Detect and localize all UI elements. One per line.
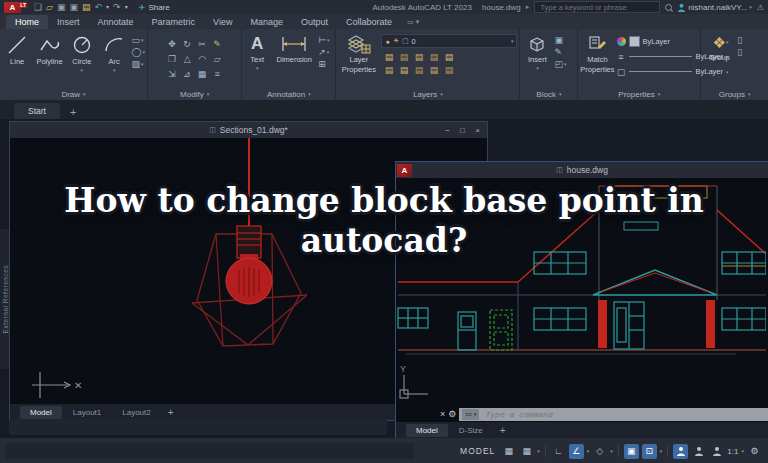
redo-chevron-icon[interactable]: ▾ xyxy=(125,2,128,12)
autoscale-icon[interactable] xyxy=(691,444,706,459)
layer-tool-icon[interactable]: ▤ xyxy=(426,63,441,76)
line-button[interactable]: Line xyxy=(2,32,32,66)
snap-mode-icon[interactable]: ▦ xyxy=(519,444,534,459)
search-input[interactable] xyxy=(538,2,656,13)
array-icon[interactable]: ▦ xyxy=(195,66,210,81)
copy-icon[interactable]: ❐ xyxy=(165,51,180,66)
plot-icon[interactable]: ▤ xyxy=(82,2,91,12)
redo-icon[interactable]: ↷ xyxy=(113,2,121,12)
share-button[interactable]: ✈ Share xyxy=(139,3,170,12)
create-block-icon[interactable]: ▣ xyxy=(554,35,563,45)
object-snap-tracking-icon[interactable]: ⊡ xyxy=(642,444,657,459)
match-properties-button[interactable]: Match Properties xyxy=(580,32,614,74)
new-drawing-tab-button[interactable]: + xyxy=(62,105,84,119)
tab-home[interactable]: Home xyxy=(6,15,48,29)
command-line[interactable]: ▭ ▾ xyxy=(459,408,768,421)
maximize-button[interactable]: □ xyxy=(456,126,469,135)
drawing-window-house[interactable]: A ◫ house.dwg xyxy=(395,161,768,438)
add-layout-button[interactable]: + xyxy=(162,407,180,418)
tab-manage[interactable]: Manage xyxy=(241,15,292,29)
close-button[interactable]: × xyxy=(471,126,484,135)
annotation-visibility-icon[interactable] xyxy=(673,444,688,459)
properties-panel-label[interactable]: Properties ▾ xyxy=(578,88,700,100)
tab-insert[interactable]: Insert xyxy=(48,15,89,29)
tab-d-size[interactable]: D-Size xyxy=(449,424,493,437)
ungroup-icon[interactable]: ▯ xyxy=(737,35,742,45)
layer-properties-button[interactable]: Layer Properties xyxy=(338,32,379,74)
fillet-icon[interactable]: ◠ xyxy=(195,51,210,66)
undo-icon[interactable]: ↶ xyxy=(95,2,103,12)
sections-command-strip[interactable] xyxy=(9,419,387,435)
layer-tool-icon[interactable]: ▤ xyxy=(426,50,441,63)
tab-output[interactable]: Output xyxy=(292,15,337,29)
customize-wrench-icon[interactable]: ⚙ xyxy=(448,409,456,419)
group-button[interactable]: ❖ Group xyxy=(703,32,735,62)
trim-icon[interactable]: ✂ xyxy=(195,36,210,51)
search-box[interactable] xyxy=(534,1,660,13)
insert-block-button[interactable]: Insert ▾ xyxy=(522,32,552,71)
tab-model[interactable]: Model xyxy=(20,406,62,419)
layer-tool-icon[interactable]: ▤ xyxy=(441,63,456,76)
text-button[interactable]: A Text ▾ xyxy=(244,32,270,71)
block-attributes-icon[interactable]: ◰ xyxy=(554,59,563,69)
draw-panel-label[interactable]: Draw ▾ xyxy=(0,88,147,100)
tab-layout1[interactable]: Layout1 xyxy=(63,406,111,419)
stretch-icon[interactable]: ⇲ xyxy=(165,66,180,81)
layer-tool-icon[interactable]: ▤ xyxy=(411,50,426,63)
rectangle-tool-icon[interactable]: ▭ xyxy=(131,35,140,45)
layer-tool-icon[interactable]: ▤ xyxy=(396,63,411,76)
save-as-icon[interactable]: ▣ xyxy=(70,2,79,12)
tab-view[interactable]: View xyxy=(204,15,241,29)
group-edit-icon[interactable]: ▯ xyxy=(737,47,742,57)
erase-icon[interactable]: ✎ xyxy=(210,36,225,51)
house-window-titlebar[interactable]: A ◫ house.dwg xyxy=(396,162,768,178)
polar-chevron-icon[interactable]: ▾ xyxy=(587,448,590,454)
layer-dropdown[interactable]: ● ☀ ▢ 0 ▾ xyxy=(381,34,517,48)
customization-gear-icon[interactable]: ⚙ xyxy=(747,444,762,459)
autocad-logo[interactable]: A LT xyxy=(4,2,21,13)
tab-layout2[interactable]: Layout2 xyxy=(112,406,160,419)
grid-display-icon[interactable]: ▦ xyxy=(501,444,516,459)
recent-commands-button[interactable]: ▭ ▾ xyxy=(462,409,479,420)
isodraft-chevron-icon[interactable]: ▾ xyxy=(610,448,613,454)
layer-tool-icon[interactable]: ▤ xyxy=(411,63,426,76)
house-drawing-area[interactable]: Y xyxy=(396,178,768,406)
dim-style-icon[interactable]: ⊢ xyxy=(318,35,326,45)
scale-icon[interactable]: ⊿ xyxy=(180,66,195,81)
close-command-icon[interactable]: × xyxy=(440,409,445,419)
table-icon[interactable]: ⊞ xyxy=(318,59,326,69)
annotation-scale-icon[interactable] xyxy=(709,444,724,459)
minimize-button[interactable]: − xyxy=(441,126,454,135)
circle-button[interactable]: Circle ▾ xyxy=(67,32,97,73)
model-space-label[interactable]: MODEL xyxy=(460,446,495,456)
search-icon[interactable] xyxy=(665,4,672,11)
osnap-chevron-icon[interactable]: ▾ xyxy=(660,448,663,454)
groups-panel-label[interactable]: Groups ▾ xyxy=(701,88,768,100)
ellipse-tool-icon[interactable]: ◯ xyxy=(131,47,141,57)
command-input[interactable] xyxy=(483,409,765,420)
layers-panel-label[interactable]: Layers ▾ xyxy=(336,88,519,100)
polyline-button[interactable]: Polyline xyxy=(34,32,64,66)
tab-annotate[interactable]: Annotate xyxy=(89,15,143,29)
layer-tool-icon[interactable]: ▤ xyxy=(441,50,456,63)
rotate-icon[interactable]: ↻ xyxy=(180,36,195,51)
polar-tracking-icon[interactable]: ∠ xyxy=(569,444,584,459)
layer-tool-icon[interactable]: ▤ xyxy=(381,50,396,63)
annotation-panel-label[interactable]: Annotation ▾ xyxy=(242,88,335,100)
object-snap-icon[interactable]: ▣ xyxy=(624,444,639,459)
modify-panel-label[interactable]: Modify ▾ xyxy=(148,88,241,100)
layer-tool-icon[interactable]: ▤ xyxy=(396,50,411,63)
notification-icon[interactable]: ⚠ xyxy=(757,3,764,12)
edit-block-icon[interactable]: ✎ xyxy=(554,47,562,57)
new-file-icon[interactable]: ❏ xyxy=(34,2,42,12)
tab-collaborate[interactable]: Collaborate xyxy=(337,15,401,29)
snap-chevron-icon[interactable]: ▾ xyxy=(537,448,540,454)
status-command-field[interactable] xyxy=(6,443,414,459)
offset-icon[interactable]: ▱ xyxy=(210,51,225,66)
ortho-mode-icon[interactable]: ∟ xyxy=(551,444,566,459)
ribbon-options-button[interactable]: ▭ ▾ xyxy=(407,18,419,29)
leader-icon[interactable]: ↗ xyxy=(318,47,326,57)
undo-chevron-icon[interactable]: ▾ xyxy=(106,2,109,12)
dimension-button[interactable]: Dimension xyxy=(272,32,316,64)
tab-start[interactable]: Start xyxy=(14,103,60,119)
